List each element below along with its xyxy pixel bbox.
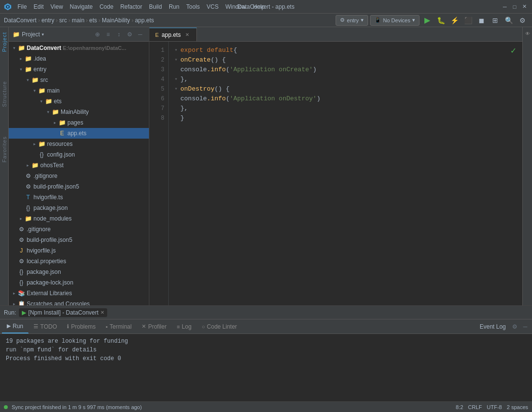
bottom-tab-run[interactable]: ▶Run	[2, 320, 29, 333]
tree-item-buildprofile1[interactable]: ⚙build-profile.json5	[9, 181, 149, 192]
debug-button[interactable]: 🐛	[435, 15, 447, 26]
breadcrumb-item-1[interactable]: entry	[41, 17, 54, 24]
stop-button[interactable]: ◼	[476, 15, 487, 26]
tree-item-ohostest[interactable]: ▸📁ohosTest	[9, 160, 149, 171]
panel-settings-button[interactable]: ⚙	[125, 30, 134, 39]
collapse-all-button[interactable]: ≡	[103, 30, 113, 39]
event-log-button[interactable]: Event Log	[476, 323, 510, 330]
menu-edit[interactable]: Edit	[31, 2, 47, 11]
tree-item-localprops[interactable]: ⚙local.properties	[9, 256, 149, 267]
run-tab-close[interactable]: ✕	[100, 310, 104, 315]
tab-close-button[interactable]: ✕	[184, 32, 191, 38]
code-line-1[interactable]: ▾export default {	[175, 46, 516, 55]
tree-item-scratches[interactable]: ▸📋Scratches and Consoles	[9, 299, 149, 305]
coverage-button[interactable]: ⬛	[462, 15, 474, 26]
menu-file[interactable]: File	[15, 2, 30, 11]
bottom-tab-log[interactable]: ≡Log	[172, 320, 196, 333]
tree-item-dataconvert[interactable]: ▾📁DataConvert E:\openharmony\DataC...	[9, 43, 149, 53]
bottom-minimize-button[interactable]: ─	[520, 322, 530, 332]
tree-item-appets[interactable]: Eapp.ets	[9, 128, 149, 139]
menu-run[interactable]: Run	[166, 2, 182, 11]
tree-item-entry[interactable]: ▾📁entry	[9, 64, 149, 75]
tree-item-hvigorfile1[interactable]: Thvigorfile.ts	[9, 192, 149, 203]
run-button[interactable]: ▶	[421, 15, 433, 26]
tree-item-buildprofile2[interactable]: ⚙build-profile.json5	[9, 235, 149, 245]
code-line-8[interactable]: }	[175, 113, 516, 123]
minimize-button[interactable]: ─	[501, 3, 509, 11]
tree-item-main[interactable]: ▾📁main	[9, 85, 149, 96]
bottom-tab-todo[interactable]: ☰TODO	[29, 320, 62, 333]
tree-item-packagejson1[interactable]: {}package.json	[9, 203, 149, 213]
fold-arrow[interactable]: ▾	[175, 55, 180, 65]
maximize-button[interactable]: □	[511, 3, 518, 11]
tree-label: ets	[54, 98, 62, 105]
sort-button[interactable]: ↕	[114, 30, 124, 39]
bottom-tab-terminal[interactable]: ▪Terminal	[101, 320, 137, 333]
npm-install-tab[interactable]: ▶ [Npm Install] - DataConvert ✕	[19, 308, 107, 317]
tree-item-configjson[interactable]: {}config.json	[9, 149, 149, 160]
indent-settings[interactable]: 2 spaces	[507, 404, 528, 410]
line-ending[interactable]: CRLF	[468, 404, 482, 410]
tree-item-gitignore1[interactable]: ⚙.gitignore	[9, 171, 149, 181]
menu-vcs[interactable]: VCS	[204, 2, 222, 11]
breadcrumb-item-0[interactable]: DataConvert	[4, 17, 36, 24]
attach-debugger-button[interactable]: ⚡	[449, 15, 460, 26]
tab-app-ets[interactable]: E app.ets ✕	[149, 28, 197, 41]
encoding[interactable]: UTF-8	[487, 404, 502, 410]
code-line-7[interactable]: },	[175, 104, 516, 113]
breadcrumb-item-2[interactable]: src	[59, 17, 67, 24]
bottom-settings-button[interactable]: ⚙	[510, 322, 519, 332]
menu-tools[interactable]: Tools	[183, 2, 203, 11]
project-tab-vertical[interactable]: Project	[1, 32, 7, 52]
window-controls[interactable]: ─ □ ✕	[501, 3, 528, 11]
menu-build[interactable]: Build	[146, 2, 165, 11]
menu-refactor[interactable]: Refactor	[117, 2, 145, 11]
tree-item-ets[interactable]: ▾📁ets	[9, 96, 149, 107]
menu-view[interactable]: View	[48, 2, 66, 11]
bottom-tab-profiler[interactable]: ✕Profiler	[137, 320, 172, 333]
code-line-6[interactable]: console.info('Application onDestroy')	[175, 94, 516, 104]
tree-item-src[interactable]: ▾📁src	[9, 75, 149, 85]
layout-button[interactable]: ⊞	[489, 15, 501, 26]
bottom-tab-problems[interactable]: ℹProblems	[62, 320, 101, 333]
breadcrumb-item-6[interactable]: app.ets	[135, 17, 154, 24]
entry-selector[interactable]: ⚙ entry ▾	[336, 15, 368, 26]
structure-tab-vertical[interactable]: Structure	[1, 81, 7, 107]
code-line-4[interactable]: ▾ },	[175, 75, 516, 84]
close-button[interactable]: ✕	[520, 3, 528, 11]
favorites-tab-vertical[interactable]: Favorites	[1, 136, 7, 162]
tree-item-mainability[interactable]: ▾📁MainAbility	[9, 107, 149, 117]
code-content[interactable]: ▾export default {▾ onCreate() { console.…	[169, 42, 522, 305]
locate-file-button[interactable]: ⊕	[93, 30, 102, 39]
bottom-tab-code-linter[interactable]: ○Code Linter	[197, 320, 242, 333]
fold-arrow[interactable]: ▾	[175, 84, 180, 94]
code-line-2[interactable]: ▾ onCreate() {	[175, 55, 516, 65]
settings-button[interactable]: ⚙	[516, 15, 528, 26]
tree-item-packagejson2[interactable]: {}package.json	[9, 267, 149, 277]
tree-item-packagelock[interactable]: {}package-lock.json	[9, 277, 149, 288]
tree-item-node_modules[interactable]: ▸📁node_modules	[9, 213, 149, 224]
breadcrumb-item-4[interactable]: ets	[89, 17, 97, 24]
tab-label: Log	[182, 323, 192, 330]
tree-item-resources[interactable]: ▸📁resources	[9, 139, 149, 149]
fold-arrow[interactable]: ▾	[175, 75, 180, 84]
no-devices-selector[interactable]: 📱 No Devices ▾	[370, 15, 419, 26]
breadcrumb-item-5[interactable]: MainAbility	[102, 17, 130, 24]
fold-arrow[interactable]: ▾	[175, 46, 180, 55]
search-button[interactable]: 🔍	[503, 15, 515, 26]
tree-item-pages[interactable]: ▸📁pages	[9, 117, 149, 128]
menu-code[interactable]: Code	[97, 2, 116, 11]
menu-navigate[interactable]: Navigate	[67, 2, 96, 11]
panel-minimize-button[interactable]: ─	[135, 30, 145, 39]
tree-item-idea[interactable]: ▸📁.idea	[9, 53, 149, 64]
breadcrumb-item-3[interactable]: main	[72, 17, 84, 24]
tree-item-hvigorfile2[interactable]: Jhvigorfile.js	[9, 245, 149, 256]
code-line-5[interactable]: ▾ onDestroy() {	[175, 84, 516, 94]
preview-icon[interactable]: 👁	[523, 29, 532, 38]
tree-item-gitignore2[interactable]: ⚙.gitignore	[9, 224, 149, 235]
cursor-position[interactable]: 8:2	[456, 404, 463, 410]
menu-bar[interactable]: FileEditViewNavigateCodeRefactorBuildRun…	[15, 2, 268, 11]
tree-item-extlibs[interactable]: ▸📚External Libraries	[9, 288, 149, 299]
code-line-3[interactable]: console.info('Application onCreate')	[175, 65, 516, 75]
code-editor[interactable]: 12345678 ▾export default {▾ onCreate() {…	[149, 42, 522, 305]
